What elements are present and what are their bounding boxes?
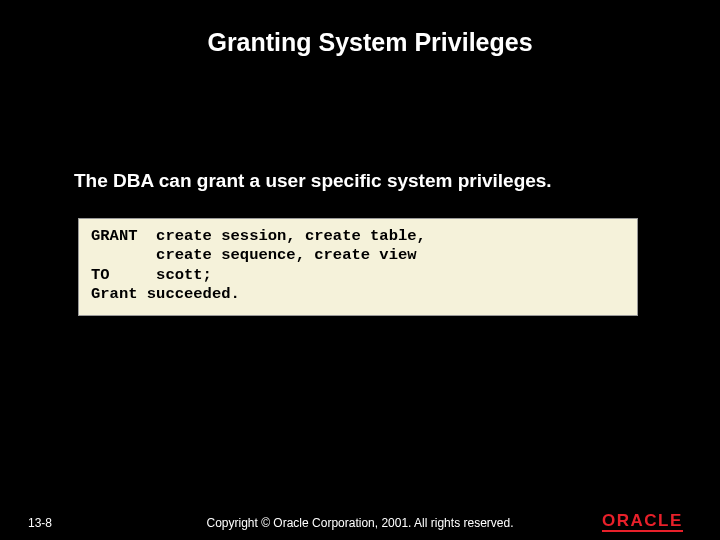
slide-body-text: The DBA can grant a user specific system… [74,170,670,192]
oracle-logo-wrap: ORACLE [602,512,683,532]
oracle-logo-text: ORACLE [602,512,683,529]
oracle-logo-underline [602,530,683,532]
slide-title: Granting System Privileges [0,0,720,57]
code-example-box: GRANT create session, create table, crea… [78,218,638,316]
code-example: GRANT create session, create table, crea… [91,227,625,305]
slide: Granting System Privileges The DBA can g… [0,0,720,540]
oracle-logo: ORACLE [602,512,702,532]
slide-footer: 13-8 Copyright © Oracle Corporation, 200… [0,504,720,540]
